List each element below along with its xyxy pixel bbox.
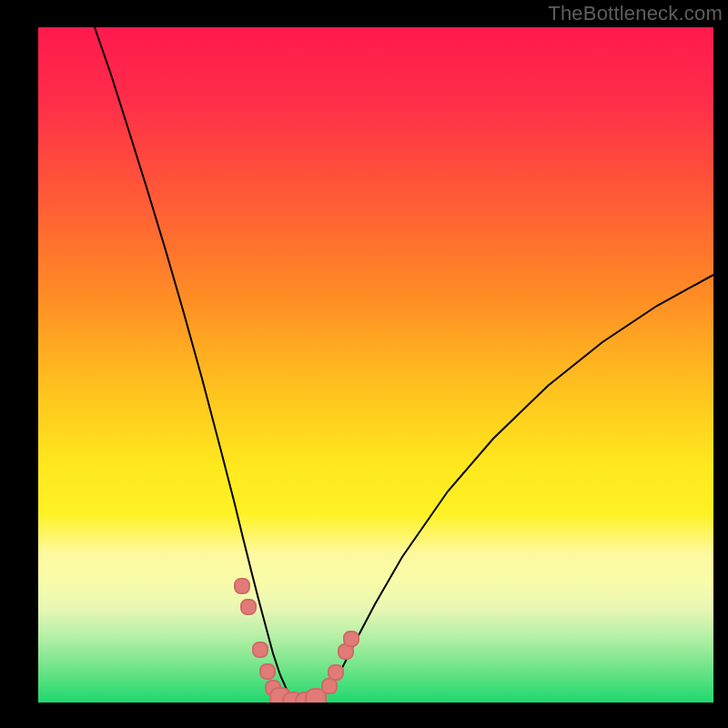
chart-frame: TheBottleneck.com xyxy=(0,0,728,728)
watermark-text: TheBottleneck.com xyxy=(548,2,723,25)
marker-point xyxy=(253,642,268,657)
marker-point xyxy=(260,664,275,679)
chart-svg xyxy=(38,27,713,703)
curve-right xyxy=(302,275,713,703)
marker-point xyxy=(322,679,337,693)
marker-point xyxy=(344,632,359,646)
markers-group xyxy=(235,579,359,703)
marker-point xyxy=(329,665,343,680)
plot-area xyxy=(38,27,713,703)
marker-point xyxy=(235,579,249,593)
marker-point xyxy=(241,600,256,614)
curve-left xyxy=(95,27,302,703)
